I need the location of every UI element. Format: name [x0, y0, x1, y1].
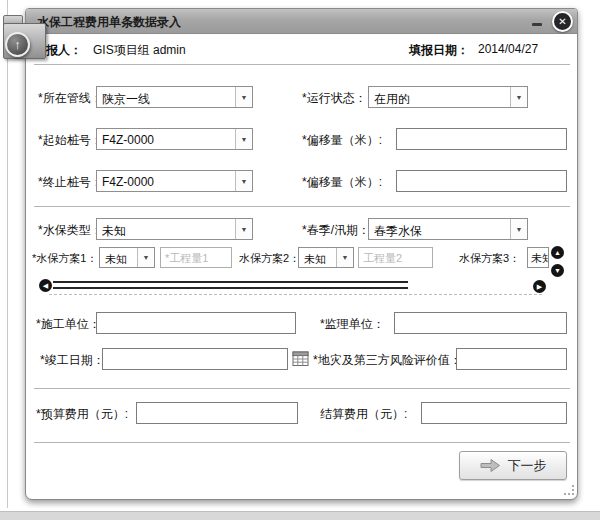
ws-type-select[interactable]: 未知 ▼ [96, 218, 253, 240]
spinner-down-button[interactable]: ▼ [551, 264, 564, 277]
offset-end-input[interactable] [396, 170, 567, 192]
plan3-label: 水保方案3： [459, 251, 520, 266]
reporter-value: GIS项目组 admin [93, 42, 186, 59]
divider [34, 206, 570, 207]
plan2-quantity-input[interactable] [358, 247, 433, 268]
settlement-cost-input[interactable] [421, 402, 567, 424]
minimize-button[interactable] [532, 23, 542, 26]
scroll-right-button[interactable]: ▶ [533, 280, 546, 293]
pipeline-value: 陕京一线 [102, 91, 233, 108]
plan3-value: 未知 [531, 252, 549, 264]
settlement-cost-label: 结算费用（元）: [320, 406, 407, 423]
chevron-down-icon: ▼ [137, 248, 154, 267]
ws-type-value: 未知 [102, 223, 233, 240]
next-arrow-icon [480, 458, 501, 473]
close-button[interactable]: ✕ [552, 11, 573, 32]
offset-end-label: *偏移量（米）: [302, 174, 382, 191]
scrollbar-track [49, 294, 542, 295]
run-status-select[interactable]: 在用的 ▼ [368, 86, 528, 108]
chevron-down-icon: ▼ [510, 87, 527, 107]
ws-type-label: *水保类型： [38, 222, 103, 239]
calendar-icon[interactable] [292, 350, 309, 367]
plan2-label: 水保方案2： [239, 251, 300, 266]
plan2-value: 未知 [304, 252, 334, 267]
supervisor-label: *监理单位： [320, 316, 385, 333]
divider [34, 388, 570, 389]
chevron-down-icon: ▼ [235, 219, 252, 239]
spinner-up-icon: ▲ [554, 249, 561, 256]
budget-cost-input[interactable] [136, 402, 298, 424]
season-value: 春季水保 [374, 223, 508, 240]
run-status-label: *运行状态： [302, 90, 367, 107]
upload-arrow-icon: ↑ [5, 32, 30, 57]
risk-value-label: *地灾及第三方风险评价值： [313, 352, 462, 369]
start-stake-value: F4Z-0000 [102, 133, 233, 147]
scrollbar-thumb[interactable] [53, 281, 408, 289]
scroll-right-icon: ▶ [537, 283, 542, 290]
dialog-window: 水保工程费用单条数据录入 ✕ 填报人： GIS项目组 admin 填报日期： 2… [25, 8, 578, 500]
risk-value-input[interactable] [456, 348, 567, 370]
report-date-label: 填报日期： [409, 42, 469, 59]
plan3-select[interactable]: 未知 [527, 247, 549, 268]
start-stake-label: *起始桩号： [38, 132, 103, 149]
budget-cost-label: *预算费用（元）: [36, 406, 128, 423]
end-stake-select[interactable]: F4Z-0000 ▼ [96, 170, 253, 192]
supervisor-input[interactable] [394, 312, 567, 334]
spinner-up-button[interactable]: ▲ [551, 246, 564, 259]
next-button-label: 下一步 [508, 457, 547, 475]
report-date-value: 2014/04/27 [478, 42, 538, 56]
divider [34, 442, 570, 443]
plan1-select[interactable]: 未知 ▼ [99, 247, 155, 268]
title-bar[interactable]: 水保工程费用单条数据录入 ✕ [26, 9, 577, 34]
chevron-down-icon: ▼ [235, 87, 252, 107]
chevron-down-icon: ▼ [235, 129, 252, 149]
pipeline-select[interactable]: 陕京一线 ▼ [96, 86, 253, 108]
completion-date-label: *竣工日期： [40, 352, 105, 369]
plan1-label: *水保方案1： [32, 251, 97, 266]
page-bottom-band [0, 511, 600, 520]
season-select[interactable]: 春季水保 ▼ [368, 218, 528, 240]
upload-folder-icon: ↑ [1, 11, 48, 66]
chevron-down-icon: ▼ [336, 248, 353, 267]
resize-grip[interactable] [563, 484, 574, 495]
builder-input[interactable] [96, 312, 296, 334]
spinner-down-icon: ▼ [554, 267, 561, 274]
start-stake-select[interactable]: F4Z-0000 ▼ [96, 128, 253, 150]
divider [34, 64, 570, 65]
offset-start-label: *偏移量（米）: [302, 132, 382, 149]
end-stake-label: *终止桩号： [38, 174, 103, 191]
next-step-button[interactable]: 下一步 [459, 451, 567, 480]
scroll-left-icon: ◀ [43, 282, 48, 289]
chevron-down-icon: ▼ [510, 219, 527, 239]
page-left-border-line [7, 0, 8, 508]
scroll-left-button[interactable]: ◀ [39, 279, 52, 292]
window-title: 水保工程费用单条数据录入 [37, 14, 181, 31]
run-status-value: 在用的 [374, 91, 508, 108]
pipeline-label: *所在管线： [38, 90, 103, 107]
plan1-value: 未知 [105, 252, 135, 267]
plan1-quantity-input[interactable] [160, 247, 232, 268]
end-stake-value: F4Z-0000 [102, 175, 233, 189]
builder-label: *施工单位： [36, 316, 101, 333]
chevron-down-icon: ▼ [235, 171, 252, 191]
season-label: *春季/汛期： [302, 222, 370, 239]
completion-date-input[interactable] [102, 348, 288, 370]
plan2-select[interactable]: 未知 ▼ [298, 247, 354, 268]
offset-start-input[interactable] [396, 128, 567, 150]
